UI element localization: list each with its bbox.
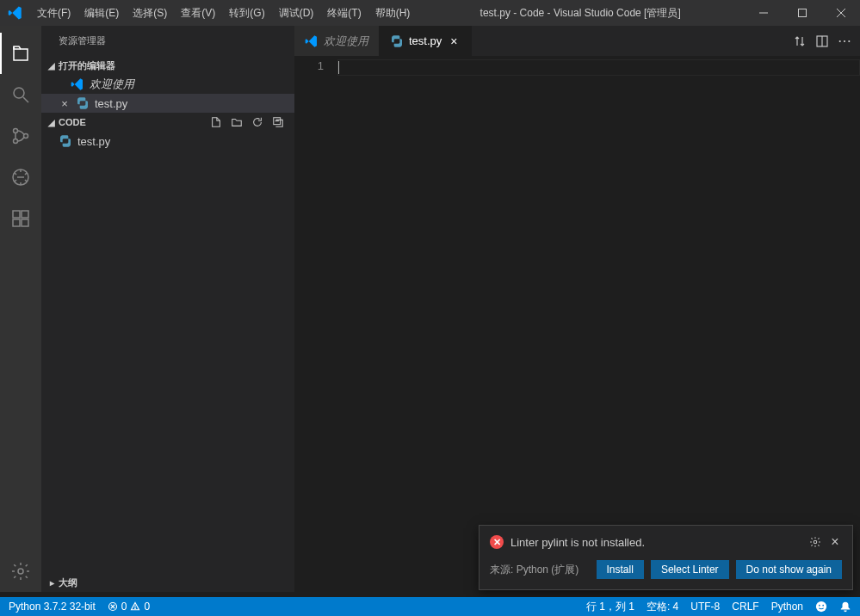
chevron-down-icon: ◢ (45, 61, 59, 71)
vscode-file-icon (305, 34, 319, 48)
menu-view[interactable]: 查看(V) (174, 0, 222, 26)
line-number: 1 (294, 59, 324, 72)
notification-source: 来源: Python (扩展) (490, 563, 590, 577)
svg-point-7 (14, 139, 18, 144)
outline-section[interactable]: ▸ 大纲 (41, 573, 294, 592)
open-editors-section[interactable]: ◢ 打开的编辑器 (41, 56, 294, 75)
feedback-icon[interactable] (815, 601, 827, 613)
tab-welcome[interactable]: 欢迎使用 (294, 26, 380, 56)
sidebar-title: 资源管理器 (41, 26, 294, 56)
vscode-file-icon (71, 77, 84, 91)
install-button[interactable]: Install (597, 560, 644, 579)
svg-rect-12 (22, 219, 28, 226)
svg-point-25 (819, 605, 820, 607)
window-title: test.py - Code - Visual Studio Code [管理员… (417, 6, 744, 21)
split-editor-icon[interactable] (815, 34, 829, 48)
status-errors-count: 0 (121, 601, 127, 613)
search-icon[interactable] (0, 74, 41, 115)
svg-rect-1 (798, 9, 806, 17)
menu-help[interactable]: 帮助(H) (368, 0, 418, 26)
status-python-version[interactable]: Python 3.7.2 32-bit (9, 601, 96, 613)
activity-bar (0, 26, 41, 592)
extensions-icon[interactable] (0, 198, 41, 239)
code-editor[interactable]: 1 (294, 56, 860, 592)
notifications-bell-icon[interactable] (839, 601, 851, 613)
notification-close-icon[interactable]: × (828, 534, 842, 550)
new-file-icon[interactable] (208, 114, 224, 130)
code-content[interactable] (337, 56, 860, 592)
python-file-icon (76, 96, 90, 110)
editor-area: 欢迎使用 test.py × ⋯ 1 (294, 26, 860, 592)
compare-changes-icon[interactable] (793, 34, 807, 48)
close-icon[interactable]: × (59, 97, 71, 110)
tab-close-icon[interactable]: × (447, 34, 461, 48)
svg-point-4 (14, 88, 24, 98)
editor-tabs: 欢迎使用 test.py × ⋯ (294, 26, 860, 56)
svg-point-14 (18, 569, 23, 574)
svg-rect-13 (22, 211, 28, 218)
error-icon: ✕ (490, 535, 504, 549)
status-problems[interactable]: 0 0 (108, 601, 150, 613)
window-controls (744, 0, 860, 26)
more-actions-icon[interactable]: ⋯ (838, 33, 851, 49)
svg-point-26 (822, 605, 824, 607)
menu-selection[interactable]: 选择(S) (126, 0, 174, 26)
status-eol[interactable]: CRLF (732, 601, 758, 613)
svg-rect-10 (13, 211, 20, 218)
file-label: test.py (77, 135, 110, 148)
tab-testpy[interactable]: test.py × (380, 26, 472, 56)
minimize-button[interactable] (744, 0, 783, 26)
menu-go[interactable]: 转到(G) (222, 0, 271, 26)
vscode-logo-icon (0, 5, 30, 21)
select-linter-button[interactable]: Select Linter (651, 560, 729, 579)
close-button[interactable] (821, 0, 860, 26)
status-indentation[interactable]: 空格: 4 (647, 600, 678, 614)
python-file-icon (390, 34, 404, 48)
status-warnings-count: 0 (144, 601, 150, 613)
svg-line-5 (23, 97, 28, 102)
line-number-gutter: 1 (294, 56, 337, 592)
menu-terminal[interactable]: 终端(T) (320, 0, 368, 26)
workspace-section[interactable]: ◢ CODE (41, 113, 294, 132)
tab-label: 欢迎使用 (324, 34, 368, 49)
open-editor-label: test.py (95, 97, 127, 110)
status-bar: Python 3.7.2 32-bit 0 0 行 1，列 1 空格: 4 UT… (0, 597, 860, 616)
debug-icon[interactable] (0, 157, 41, 198)
menu-edit[interactable]: 编辑(E) (77, 0, 126, 26)
svg-point-6 (14, 129, 18, 133)
open-editor-label: 欢迎使用 (90, 77, 134, 92)
status-language[interactable]: Python (771, 601, 803, 613)
menu-bar: 文件(F) 编辑(E) 选择(S) 查看(V) 转到(G) 调试(D) 终端(T… (30, 0, 417, 26)
svg-point-24 (816, 601, 826, 612)
notification-message: Linter pylint is not installed. (510, 536, 802, 549)
new-folder-icon[interactable] (229, 114, 244, 130)
collapse-all-icon[interactable] (270, 114, 286, 130)
open-editors-label: 打开的编辑器 (59, 59, 115, 72)
open-editor-testpy[interactable]: × test.py (41, 94, 294, 113)
workspace-label: CODE (59, 117, 86, 127)
python-file-icon (59, 134, 72, 148)
tab-label: test.py (409, 34, 442, 47)
status-encoding[interactable]: UTF-8 (690, 601, 720, 613)
open-editor-welcome[interactable]: 欢迎使用 (41, 75, 294, 94)
file-testpy[interactable]: test.py (41, 132, 294, 151)
menu-debug[interactable]: 调试(D) (272, 0, 321, 26)
notification-gear-icon[interactable] (809, 536, 821, 548)
maximize-button[interactable] (783, 0, 821, 26)
menu-file[interactable]: 文件(F) (30, 0, 77, 26)
refresh-icon[interactable] (250, 114, 265, 130)
status-line-col[interactable]: 行 1，列 1 (586, 600, 634, 614)
source-control-icon[interactable] (0, 115, 41, 157)
svg-rect-11 (13, 219, 20, 226)
titlebar: 文件(F) 编辑(E) 选择(S) 查看(V) 转到(G) 调试(D) 终端(T… (0, 0, 860, 26)
notification-toast: ✕ Linter pylint is not installed. × 来源: … (479, 525, 853, 590)
svg-point-23 (135, 608, 136, 609)
chevron-right-icon: ▸ (45, 578, 59, 588)
do-not-show-again-button[interactable]: Do not show again (736, 560, 842, 579)
chevron-down-icon: ◢ (45, 118, 59, 127)
explorer-sidebar: 资源管理器 ◢ 打开的编辑器 欢迎使用 × test.py ◢ CODE (41, 26, 294, 592)
explorer-icon[interactable] (0, 33, 41, 74)
outline-label: 大纲 (59, 576, 77, 589)
settings-gear-icon[interactable] (0, 551, 41, 592)
svg-point-18 (814, 540, 817, 544)
